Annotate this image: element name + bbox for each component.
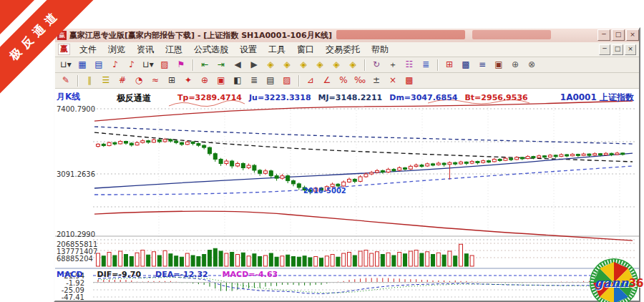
gann-plusminus-icon[interactable]: ± xyxy=(369,74,384,88)
nav-last-icon[interactable]: ⇥ xyxy=(213,58,229,72)
candle-body xyxy=(241,163,245,167)
menu-item-6[interactable]: 工具 xyxy=(263,42,291,57)
zoom-a-icon[interactable]: ◈ xyxy=(263,58,278,72)
menu-item-8[interactable]: 交易委托 xyxy=(320,42,366,57)
candle-body xyxy=(431,164,435,165)
draw-shade-icon[interactable]: ▨ xyxy=(279,74,295,88)
menu-item-2[interactable]: 资讯 xyxy=(131,42,160,57)
zoom-e-icon[interactable]: ◈ xyxy=(328,58,344,72)
maximize-button[interactable]: □ xyxy=(612,29,625,41)
indicator-name[interactable]: 极反通道 xyxy=(117,92,151,104)
volume-bar xyxy=(175,256,178,266)
gann-cross-icon[interactable]: × xyxy=(385,74,401,88)
volume-bar xyxy=(420,253,424,266)
volume-bar xyxy=(398,253,401,266)
macd-header: MACD DIF=-9.70 DEA=-12.32 MACD=-4.63 xyxy=(57,270,289,279)
menu-item-3[interactable]: 江恩 xyxy=(160,42,188,57)
menu-item-7[interactable]: 窗口 xyxy=(291,42,320,57)
draw-parallel-icon[interactable]: ∥ xyxy=(82,74,97,88)
kline-style-icon[interactable]: ⊔▾ xyxy=(140,58,156,72)
draw-lines-icon[interactable]: ≣ xyxy=(246,74,262,88)
draw-arc-icon[interactable]: ◔ xyxy=(131,74,147,88)
candle-body xyxy=(543,156,547,157)
candle-body xyxy=(135,142,139,145)
toolbar-separator xyxy=(192,59,194,71)
indicator-window-icon[interactable]: ▦ xyxy=(74,58,90,72)
nav-prev-icon[interactable]: ◀ xyxy=(230,58,245,72)
brand-icon: 赢 xyxy=(58,44,70,55)
candle-body xyxy=(141,141,145,143)
draw-text-icon[interactable]: ▤ xyxy=(263,74,278,88)
chart-annotation-0: 2016-5002 xyxy=(303,187,346,195)
draw-box-icon[interactable]: ⊞ xyxy=(164,74,180,88)
export-a-icon[interactable]: ⊕ xyxy=(507,58,523,72)
calendar-icon[interactable]: ⊞ xyxy=(441,58,457,72)
candle-body xyxy=(236,163,240,165)
draw-channel-icon[interactable]: ☰ xyxy=(98,74,114,88)
mdi-minimize-button[interactable]: ─ xyxy=(599,44,610,55)
candle-body xyxy=(386,170,390,172)
gann-permille-icon[interactable]: ‰ xyxy=(352,74,368,88)
menu-item-1[interactable]: 浏览 xyxy=(102,42,131,57)
trend-note-2-icon[interactable]: ♪ xyxy=(124,58,140,72)
menu-item-0[interactable]: 文件 xyxy=(74,42,102,57)
menu-item-9[interactable]: 帮助 xyxy=(366,42,394,57)
gann360-logo: gann360 xyxy=(587,258,641,302)
crosshair-icon[interactable]: ＋ xyxy=(385,58,401,72)
formula-edit-icon[interactable]: ▨ xyxy=(157,58,172,72)
draw-half-icon[interactable]: ◧ xyxy=(230,74,245,88)
gann-percent-icon[interactable]: % xyxy=(336,74,351,88)
volume-bar xyxy=(414,250,418,266)
save-icon[interactable]: ▣ xyxy=(491,58,507,72)
draw-circle-icon[interactable]: ⊕ xyxy=(197,74,213,88)
export-b-icon[interactable]: ⊗ xyxy=(524,58,540,72)
draw-pencil-icon[interactable]: ✎ xyxy=(58,74,74,88)
gann360-logo-text: gann360 xyxy=(595,276,644,290)
draw-square-icon[interactable]: ▣ xyxy=(213,74,229,88)
volume-bar xyxy=(409,251,412,266)
symbol-label[interactable]: 1A0001 上证指数 xyxy=(560,92,634,104)
stats-tool-icon[interactable]: ≣ xyxy=(418,58,434,72)
close-button[interactable]: × xyxy=(626,29,639,41)
zoom-d-icon[interactable]: ◈ xyxy=(312,58,328,72)
draw-wave-icon[interactable]: ≈ xyxy=(147,74,163,88)
gann-triangle-icon[interactable]: ⊿ xyxy=(303,74,318,88)
window-title: 赢家江恩专业版[赢家内部报告下载] - [上证指数 SH1A0001-106月K… xyxy=(69,30,332,41)
kline-period-icon[interactable]: ⊔▾ xyxy=(58,58,74,72)
menu-item-4[interactable]: 公式选股 xyxy=(188,42,234,57)
flag-mark-icon[interactable]: ⚑ xyxy=(173,58,189,72)
zoom-c-icon[interactable]: ◈ xyxy=(296,58,311,72)
volume-bar xyxy=(102,256,105,266)
volume-bar xyxy=(364,250,368,266)
chart-period-label[interactable]: 月K线 xyxy=(57,91,80,103)
candle-body xyxy=(436,163,440,165)
draw-grid-icon[interactable]: # xyxy=(114,74,130,88)
gann-angle-icon[interactable]: ∠ xyxy=(319,74,335,88)
nav-first-icon[interactable]: ⇤ xyxy=(197,58,213,72)
refresh-icon[interactable]: ↻ xyxy=(369,58,384,72)
draw-star-icon[interactable]: ✦ xyxy=(180,74,196,88)
zoom-f-icon[interactable]: ◈ xyxy=(345,58,361,72)
text-report-icon[interactable]: ▤ xyxy=(91,58,107,72)
candle-body xyxy=(208,147,212,154)
candle-body xyxy=(269,171,273,176)
mdi-restore-button[interactable]: □ xyxy=(612,44,623,55)
macd-title[interactable]: MACD xyxy=(57,270,83,279)
candle-body xyxy=(571,155,575,156)
zoom-b-icon[interactable]: ◈ xyxy=(279,58,295,72)
gann-fan-icon[interactable]: ▩ xyxy=(401,74,417,88)
minimize-button[interactable]: ─ xyxy=(597,29,610,41)
nav-next-icon[interactable]: ▶ xyxy=(246,58,262,72)
candle-body xyxy=(414,165,418,167)
candle-body xyxy=(275,176,278,178)
trend-note-1-icon[interactable]: ♪ xyxy=(107,58,123,72)
candle-body xyxy=(404,168,407,170)
menu-item-5[interactable]: 设置 xyxy=(234,42,263,57)
indicator-value-4: Bt=2956.9536 xyxy=(464,93,527,102)
candle-body xyxy=(286,176,290,181)
volume-bar xyxy=(426,252,429,266)
calculator-icon[interactable]: ▩ xyxy=(458,58,474,72)
mdi-close-button[interactable]: × xyxy=(625,44,636,55)
report-list-icon[interactable]: ≡ xyxy=(474,58,490,72)
analyze-tool-icon[interactable]: ☷ xyxy=(401,58,417,72)
